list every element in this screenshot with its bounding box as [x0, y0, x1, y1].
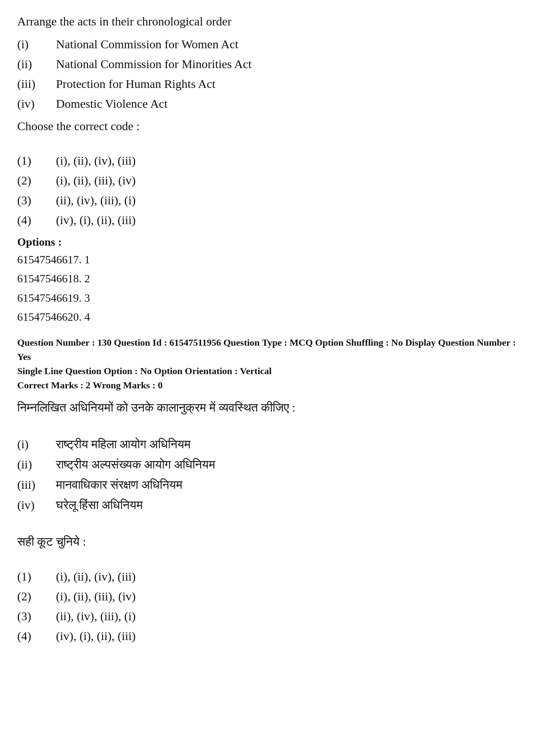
english-act-text-4: Domestic Violence Act	[56, 97, 168, 111]
options-heading: Options :	[17, 236, 517, 249]
english-act-item-1: (i) National Commission for Women Act	[17, 37, 517, 51]
english-option-text-3: (ii), (iv), (iii), (i)	[56, 194, 136, 207]
english-act-num-3: (iii)	[17, 77, 56, 91]
english-choose-label: Choose the correct code :	[17, 119, 517, 133]
option-code-2: 61547546618. 2	[17, 269, 517, 288]
english-option-text-2: (i), (ii), (iii), (iv)	[56, 174, 136, 187]
hindi-act-item-4: (iv) घरेलू हिंसा अधिनियम	[17, 498, 517, 512]
hindi-act-text-1: राष्ट्रीय महिला आयोग अधिनियम	[56, 437, 191, 452]
english-question-title: Arrange the acts in their chronological …	[17, 13, 517, 30]
hindi-act-num-1: (i)	[17, 437, 56, 451]
hindi-act-item-2: (ii) राष्ट्रीय अल्पसंख्यक आयोग अधिनियम	[17, 458, 517, 472]
english-act-num-1: (i)	[17, 37, 56, 51]
hindi-question-block: निम्नलिखित अधिनियमों को उनके कालानुक्रम …	[17, 399, 517, 643]
hindi-act-text-2: राष्ट्रीय अल्पसंख्यक आयोग अधिनियम	[56, 458, 215, 472]
english-option-2[interactable]: (2) (i), (ii), (iii), (iv)	[17, 174, 517, 187]
hindi-act-num-4: (iv)	[17, 498, 56, 512]
hindi-option-4[interactable]: (4) (iv), (i), (ii), (iii)	[17, 629, 517, 643]
english-option-text-1: (i), (ii), (iv), (iii)	[56, 154, 136, 168]
english-option-3[interactable]: (3) (ii), (iv), (iii), (i)	[17, 194, 517, 207]
hindi-options-list: (1) (i), (ii), (iv), (iii) (2) (i), (ii)…	[17, 570, 517, 643]
hindi-act-item-3: (iii) मानवाधिकार संरक्षण अधिनियम	[17, 478, 517, 492]
hindi-option-2[interactable]: (2) (i), (ii), (iii), (iv)	[17, 590, 517, 603]
hindi-option-num-2: (2)	[17, 590, 56, 603]
english-act-text-1: National Commission for Women Act	[56, 37, 238, 51]
hindi-option-text-4: (iv), (i), (ii), (iii)	[56, 629, 136, 643]
english-act-num-4: (iv)	[17, 97, 56, 111]
option-code-3: 61547546619. 3	[17, 289, 517, 308]
english-act-item-3: (iii) Protection for Human Rights Act	[17, 77, 517, 91]
option-code-1: 61547546617. 1	[17, 250, 517, 269]
hindi-choose-label: सही कूट चुनिये :	[17, 535, 517, 549]
hindi-option-text-1: (i), (ii), (iv), (iii)	[56, 570, 136, 584]
english-option-num-2: (2)	[17, 174, 56, 187]
hindi-act-num-2: (ii)	[17, 458, 56, 472]
meta-section: Question Number : 130 Question Id : 6154…	[17, 335, 517, 392]
hindi-option-1[interactable]: (1) (i), (ii), (iv), (iii)	[17, 570, 517, 584]
english-act-num-2: (ii)	[17, 57, 56, 71]
options-codes-section: Options : 61547546617. 1 61547546618. 2 …	[17, 236, 517, 327]
hindi-acts-list: (i) राष्ट्रीय महिला आयोग अधिनियम (ii) रा…	[17, 437, 517, 512]
hindi-option-3[interactable]: (3) (ii), (iv), (iii), (i)	[17, 609, 517, 623]
hindi-act-item-1: (i) राष्ट्रीय महिला आयोग अधिनियम	[17, 437, 517, 452]
english-option-4[interactable]: (4) (iv), (i), (ii), (iii)	[17, 213, 517, 227]
english-options-list: (1) (i), (ii), (iv), (iii) (2) (i), (ii)…	[17, 154, 517, 227]
english-act-item-2: (ii) National Commission for Minorities …	[17, 57, 517, 71]
hindi-act-num-3: (iii)	[17, 478, 56, 492]
hindi-act-text-4: घरेलू हिंसा अधिनियम	[56, 498, 143, 512]
english-act-text-2: National Commission for Minorities Act	[56, 57, 251, 71]
english-option-num-4: (4)	[17, 213, 56, 227]
hindi-option-num-4: (4)	[17, 629, 56, 643]
hindi-option-num-3: (3)	[17, 609, 56, 623]
english-acts-list: (i) National Commission for Women Act (i…	[17, 37, 517, 111]
english-option-1[interactable]: (1) (i), (ii), (iv), (iii)	[17, 154, 517, 168]
hindi-option-text-2: (i), (ii), (iii), (iv)	[56, 590, 136, 603]
english-option-num-3: (3)	[17, 194, 56, 207]
english-question-block: Arrange the acts in their chronological …	[17, 13, 517, 327]
english-act-item-4: (iv) Domestic Violence Act	[17, 97, 517, 111]
option-code-4: 61547546620. 4	[17, 308, 517, 327]
hindi-option-num-1: (1)	[17, 570, 56, 584]
hindi-question-title: निम्नलिखित अधिनियमों को उनके कालानुक्रम …	[17, 399, 517, 416]
english-act-text-3: Protection for Human Rights Act	[56, 77, 215, 91]
english-option-text-4: (iv), (i), (ii), (iii)	[56, 213, 136, 227]
hindi-option-text-3: (ii), (iv), (iii), (i)	[56, 609, 136, 623]
options-codes: 61547546617. 1 61547546618. 2 6154754661…	[17, 250, 517, 327]
meta-line-1: Question Number : 130 Question Id : 6154…	[17, 335, 517, 392]
english-option-num-1: (1)	[17, 154, 56, 168]
hindi-act-text-3: मानवाधिकार संरक्षण अधिनियम	[56, 478, 183, 492]
